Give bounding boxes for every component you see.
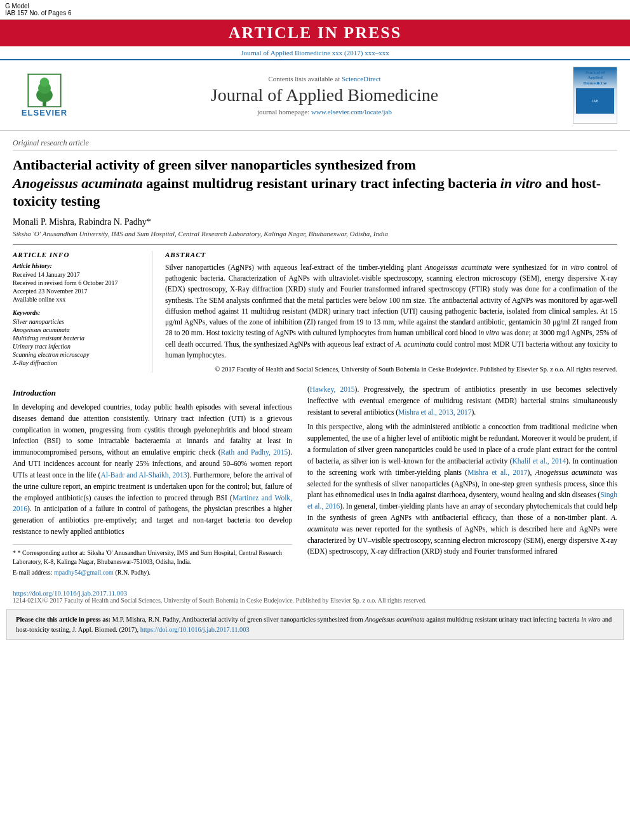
header-area: ELSEVIER Contents lists available at Sci… — [0, 60, 630, 131]
keyword-5: Scanning electron microscopy — [13, 351, 143, 358]
keywords-list: Silver nanoparticles Anogeissus acuminat… — [13, 318, 143, 366]
authors: Monali P. Mishra, Rabindra N. Padhy* — [13, 217, 617, 227]
abstract-label: ABSTRACT — [165, 251, 617, 258]
keyword-4: Urinary tract infection — [13, 343, 143, 350]
abstract-column: ABSTRACT Silver nanoparticles (AgNPs) wi… — [165, 251, 617, 373]
journal-ref-line: Journal of Applied Biomedicine xxx (2017… — [0, 46, 630, 60]
characterized-text: characterized — [307, 537, 346, 544]
copyright-line: © 2017 Faculty of Health and Social Scie… — [165, 366, 617, 373]
article-info-label: ARTICLE INFO — [13, 251, 143, 258]
elsevier-logo: ELSEVIER — [13, 73, 76, 117]
issn-line: 1214-021X/© 2017 Faculty of Health and S… — [0, 597, 630, 609]
footnote-corresponding: * * Corresponding author at: Siksha 'O' … — [13, 549, 292, 566]
cite-mishra-2017[interactable]: Mishra et al., 2017 — [467, 469, 527, 476]
journal-title-center: Contents lists available at ScienceDirec… — [83, 75, 566, 116]
top-banner: G Model IAB 157 No. of Pages 6 — [0, 0, 630, 20]
contents-line: Contents lists available at ScienceDirec… — [83, 75, 566, 83]
doi-line: https://doi.org/10.1016/j.jab.2017.11.00… — [0, 585, 630, 597]
footnote-email: E-mail address: mpadhy54@gmail.com (R.N.… — [13, 568, 292, 577]
body-left-column: Introduction In developing and developed… — [13, 384, 292, 579]
elsevier-tree-icon — [25, 73, 64, 108]
keyword-3: Multidrug resistant bacteria — [13, 335, 143, 342]
homepage-link[interactable]: www.elsevier.com/locate/jab — [311, 108, 392, 116]
cite-martinez-2016[interactable]: Martinez and Wolk, 2016 — [13, 494, 292, 513]
article-section: Original research article Antibacterial … — [0, 131, 630, 378]
body-content: Introduction In developing and developed… — [0, 378, 630, 585]
svg-point-3 — [40, 77, 50, 87]
journal-homepage-line: journal homepage: www.elsevier.com/locat… — [83, 108, 566, 116]
article-history: Article history: Received 14 January 201… — [13, 262, 143, 303]
footnote-email-link[interactable]: mpadhy54@gmail.com — [54, 569, 114, 576]
cite-singh-2016[interactable]: Singh et al., 2016 — [307, 491, 617, 510]
intro-para-2: (Hawkey, 2015). Progressively, the spect… — [307, 384, 617, 418]
intro-para-1: In developing and developed countries, t… — [13, 402, 292, 538]
keyword-6: X-Ray diffraction — [13, 359, 143, 366]
g-model-text: G Model IAB 157 No. of Pages 6 — [5, 3, 72, 17]
citation-box: Please cite this article in press as: M.… — [6, 609, 624, 641]
cite-albadr-2013[interactable]: Al-Badr and Al-Shaikh, 2013 — [100, 471, 187, 479]
two-column-section: ARTICLE INFO Article history: Received 1… — [13, 244, 617, 373]
cite-khalil-2014[interactable]: Khalil et al., 2014 — [513, 457, 566, 465]
cite-rath-2015[interactable]: Rath and Padhy, 2015 — [221, 448, 288, 456]
cite-mishra-2013[interactable]: Mishra et al., 2013, 2017 — [398, 408, 471, 416]
article-title: Antibacterial activity of green silver n… — [13, 156, 617, 211]
footnote-section: * * Corresponding author at: Siksha 'O' … — [13, 544, 292, 577]
cite-hawkey-2015[interactable]: Hawkey, 2015 — [310, 385, 355, 393]
keyword-1: Silver nanoparticles — [13, 318, 143, 325]
affiliation: Siksha 'O' Anusandhan University, IMS an… — [13, 230, 617, 237]
article-in-press-banner: ARTICLE IN PRESS — [0, 20, 630, 46]
abstract-text: Silver nanoparticles (AgNPs) with aqueou… — [165, 262, 617, 361]
journal-title-main: Journal of Applied Biomedicine — [83, 85, 566, 105]
doi-link[interactable]: https://doi.org/10.1016/j.jab.2017.11.00… — [13, 589, 127, 597]
keyword-2: Anogeissus acuminata — [13, 326, 143, 333]
citation-doi-link[interactable]: https://doi.org/10.1016/j.jab.2017.11.00… — [140, 626, 250, 633]
introduction-heading: Introduction — [13, 388, 292, 398]
body-right-column: (Hawkey, 2015). Progressively, the spect… — [307, 384, 617, 579]
intro-para-3: In this perspective, along with the admi… — [307, 422, 617, 557]
article-info-column: ARTICLE INFO Article history: Received 1… — [13, 251, 152, 373]
body-two-col: Introduction In developing and developed… — [13, 384, 617, 579]
keywords-section: Keywords: Silver nanoparticles Anogeissu… — [13, 309, 143, 366]
journal-thumbnail: Journal ofAppliedBiomedicine JAB — [573, 67, 617, 124]
article-type: Original research article — [13, 138, 617, 151]
